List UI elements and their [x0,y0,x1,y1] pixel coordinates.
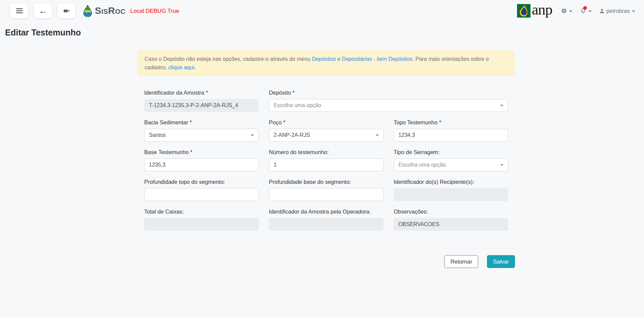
field-label: Identificador do(s) Recipiente(s): [394,179,508,185]
chevron-down-icon [588,10,592,12]
field-identificador-amostra: Identificador da Amostra * [144,90,259,112]
retornar-button[interactable]: Retornar [444,255,478,268]
field-label: Identificador da Amostra pela Operadora: [269,209,383,215]
anp-logo [517,4,531,18]
chevron-down-icon [251,134,254,136]
salvar-button[interactable]: Salvar [487,255,515,268]
bacia-sedimentar-select[interactable]: Santos [144,129,259,142]
field-label: Profundidade base do segmento: [269,179,383,185]
tipo-serragem-select[interactable]: Escolha uma opção [394,158,508,171]
globe-icon [561,8,567,14]
profundidade-topo-input[interactable] [144,188,259,201]
field-poco: Poço * 2-ANP-2A-RJS [269,119,383,142]
arrow-left-icon: ← [39,7,47,15]
field-label: Identificador da Amostra * [144,90,259,96]
navbar-left: ← ↞ SisRoc Local DEB [10,3,179,18]
field-label: Número do testemunho: [269,149,383,155]
field-label: Topo Testemunho * [394,119,508,126]
profundidade-base-input[interactable] [269,188,383,201]
field-label: Depósito * [269,90,508,96]
chevron-down-icon [376,134,379,136]
sisroc-droplet-icon [83,5,92,17]
chevron-down-icon [500,164,504,166]
page-title: Editar Testemunho [5,28,644,38]
field-label: Bacia Sedimentar * [144,119,259,126]
clique-aqui-link[interactable]: clique aqui [168,65,194,70]
field-deposito: Depósito * Escolha uma opção [269,90,508,112]
form-divider [137,248,515,248]
testemunho-form: Identificador da Amostra * Depósito * Es… [137,90,515,231]
menu-toggle-button[interactable] [10,3,28,18]
back-to-list-button[interactable]: ↞ [57,3,76,18]
double-arrow-left-icon: ↞ [63,7,70,15]
user-dropdown[interactable]: petrobras [599,8,635,14]
notifications-dropdown[interactable] [580,7,592,14]
chevron-down-icon [500,105,504,106]
numero-testemunho-input[interactable] [269,158,383,171]
depositos-menu-link[interactable]: Depósitos e Depositárias - item Depósito… [312,56,412,62]
field-total-caixas: Total de Caixas: [144,209,259,231]
top-navbar: ← ↞ SisRoc Local DEB [0,0,644,19]
debug-mode-label: Local DEBUG True [130,8,179,15]
field-label: Tipo de Serragem: [394,149,508,155]
user-name: petrobras [606,8,630,14]
observacoes-input [394,218,508,231]
anp-wordmark: anp [532,3,552,17]
base-testemunho-input[interactable] [144,158,259,171]
brand-name: SisRoc [95,5,126,16]
field-profundidade-topo: Profundidade topo do segmento: [144,179,259,201]
poco-select[interactable]: 2-ANP-2A-RJS [269,129,383,142]
notification-badge [583,6,587,10]
field-observacoes: Observações: [394,209,508,231]
identificador-amostra-input [144,99,259,112]
field-base-testemunho: Base Testemunho * [144,149,259,171]
field-label: Total de Caixas: [144,209,259,215]
total-caixas-input [144,218,259,231]
info-alert: Caso o Depósito não esteja nas opções, c… [137,50,515,76]
topo-testemunho-input[interactable] [394,129,508,142]
menu-icon [16,8,23,13]
field-identificador-recipientes: Identificador do(s) Recipiente(s): [394,179,508,201]
identificador-recipientes-input [394,188,508,201]
chevron-down-icon [569,10,572,12]
back-button[interactable]: ← [34,3,52,18]
field-numero-testemunho: Número do testemunho: [269,149,383,171]
select-value: Santos [149,132,251,138]
field-label: Profundidade topo do segmento: [144,179,259,185]
field-identificador-operadora: Identificador da Amostra pela Operadora: [269,209,383,231]
language-dropdown[interactable] [561,8,572,14]
field-label: Base Testemunho * [144,149,259,155]
form-actions: Retornar Salvar [137,255,515,268]
field-bacia-sedimentar: Bacia Sedimentar * Santos [144,119,259,142]
identificador-operadora-input [269,218,383,231]
form-container: Caso o Depósito não esteja nas opções, c… [137,50,515,268]
field-label: Observações: [394,209,508,215]
deposito-select[interactable]: Escolha uma opção [269,99,508,112]
alert-text: . [194,65,196,70]
alert-text: Caso o Depósito não esteja nas opções, c… [145,56,312,62]
select-placeholder: Escolha uma opção [398,162,500,168]
field-label: Poço * [269,119,383,126]
sisroc-brand: SisRoc [83,5,126,17]
select-placeholder: Escolha uma opção [274,102,500,108]
select-value: 2-ANP-2A-RJS [274,132,375,138]
navbar-right: anp petrobras [517,3,635,19]
chevron-down-icon [632,10,635,12]
user-icon [599,8,605,14]
field-profundidade-base: Profundidade base do segmento: [269,179,383,201]
field-topo-testemunho: Topo Testemunho * [394,119,508,142]
field-tipo-serragem: Tipo de Serragem: Escolha uma opção [394,149,508,171]
